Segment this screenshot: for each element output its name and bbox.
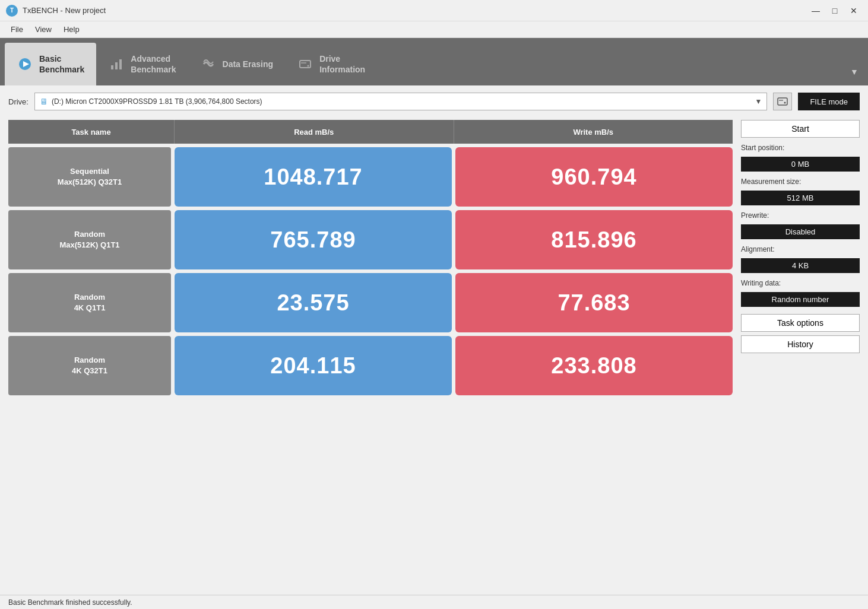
svg-rect-5 xyxy=(300,61,311,68)
th-task: Task name xyxy=(8,120,175,144)
menu-file[interactable]: File xyxy=(5,24,29,35)
write-cell-0: 960.794 xyxy=(455,147,733,207)
task-options-button[interactable]: Task options xyxy=(741,314,860,332)
read-value-1: 765.789 xyxy=(270,227,356,253)
writing-data-value[interactable]: Random number xyxy=(741,292,860,307)
tab-drive-information[interactable]: DriveInformation xyxy=(285,43,377,85)
svg-point-6 xyxy=(308,65,309,67)
write-value-3: 233.808 xyxy=(551,353,636,379)
task-name-2: Random4K Q1T1 xyxy=(74,292,106,313)
toolbar: BasicBenchmark AdvancedBenchmark Data Er… xyxy=(0,38,868,85)
drive-information-icon xyxy=(297,56,313,72)
start-position-value[interactable]: 0 MB xyxy=(741,157,860,172)
titlebar: T TxBENCH - New project — □ ✕ xyxy=(0,0,868,21)
basic-benchmark-icon xyxy=(17,56,33,72)
status-message: Basic Benchmark finished successfully. xyxy=(8,598,132,607)
tab-erasing-label: Data Erasing xyxy=(223,59,274,69)
read-cell-2: 23.575 xyxy=(175,273,452,332)
tab-drive-label: DriveInformation xyxy=(319,53,365,75)
svg-point-9 xyxy=(784,102,786,104)
main-content: Drive: 🖥 (D:) Micron CT2000X9PROSSD9 1.8… xyxy=(0,85,868,595)
table-row: RandomMax(512K) Q1T1 765.789 815.896 xyxy=(8,210,733,269)
read-value-3: 204.115 xyxy=(270,353,356,379)
menubar: File View Help xyxy=(0,21,868,38)
app-title: TxBENCH - New project xyxy=(23,6,807,15)
th-write: Write mB/s xyxy=(454,120,733,144)
th-read: Read mB/s xyxy=(175,120,454,144)
table-row: Random4K Q32T1 204.115 233.808 xyxy=(8,336,733,395)
data-erasing-icon xyxy=(200,56,217,72)
measurement-size-value[interactable]: 512 MB xyxy=(741,191,860,205)
tab-advanced-label: AdvancedBenchmark xyxy=(131,53,176,75)
write-cell-1: 815.896 xyxy=(455,210,733,269)
right-sidebar: Start Start position: 0 MB Measurement s… xyxy=(741,120,860,588)
advanced-benchmark-icon xyxy=(108,56,125,72)
table-header: Task name Read mB/s Write mB/s xyxy=(8,120,733,144)
read-cell-0: 1048.717 xyxy=(175,147,452,207)
drive-select-text: (D:) Micron CT2000X9PROSSD9 1.81 TB (3,9… xyxy=(52,97,752,106)
table-row: Random4K Q1T1 23.575 77.683 xyxy=(8,273,733,332)
menu-help[interactable]: Help xyxy=(58,24,85,35)
maximize-button[interactable]: □ xyxy=(826,4,843,17)
statusbar: Basic Benchmark finished successfully. xyxy=(0,595,868,609)
app-icon: T xyxy=(6,5,18,17)
tab-basic-benchmark[interactable]: BasicBenchmark xyxy=(5,43,96,85)
write-value-0: 960.794 xyxy=(551,164,636,190)
prewrite-label: Prewrite: xyxy=(741,211,860,220)
close-button[interactable]: ✕ xyxy=(845,4,862,17)
tab-data-erasing[interactable]: Data Erasing xyxy=(188,43,286,85)
task-name-0: SequentialMax(512K) Q32T1 xyxy=(58,166,122,188)
prewrite-value[interactable]: Disabled xyxy=(741,224,860,239)
read-value-0: 1048.717 xyxy=(264,164,363,190)
write-cell-2: 77.683 xyxy=(455,273,733,332)
write-value-1: 815.896 xyxy=(551,227,636,253)
drive-dropdown-arrow[interactable]: ▼ xyxy=(755,97,762,106)
tab-advanced-benchmark[interactable]: AdvancedBenchmark xyxy=(96,43,188,85)
task-cell-1: RandomMax(512K) Q1T1 xyxy=(8,210,171,269)
task-cell-2: Random4K Q1T1 xyxy=(8,273,171,332)
write-cell-3: 233.808 xyxy=(455,336,733,395)
table-body: SequentialMax(512K) Q32T1 1048.717 960.7… xyxy=(8,147,733,395)
read-cell-1: 765.789 xyxy=(175,210,452,269)
minimize-button[interactable]: — xyxy=(807,4,824,17)
benchmark-table: Task name Read mB/s Write mB/s Sequentia… xyxy=(8,120,733,588)
read-cell-3: 204.115 xyxy=(175,336,452,395)
alignment-value[interactable]: 4 KB xyxy=(741,258,860,273)
svg-rect-8 xyxy=(778,98,787,105)
toolbar-dropdown[interactable]: ▼ xyxy=(845,63,863,81)
drive-selector[interactable]: 🖥 (D:) Micron CT2000X9PROSSD9 1.81 TB (3… xyxy=(34,93,767,110)
task-cell-3: Random4K Q32T1 xyxy=(8,336,171,395)
drive-info-button[interactable] xyxy=(773,93,792,110)
start-button[interactable]: Start xyxy=(741,120,860,138)
task-name-3: Random4K Q32T1 xyxy=(72,355,107,376)
alignment-label: Alignment: xyxy=(741,245,860,253)
read-value-2: 23.575 xyxy=(277,290,349,316)
drive-icon: 🖥 xyxy=(40,97,48,106)
measurement-size-label: Measurement size: xyxy=(741,177,860,186)
task-name-1: RandomMax(512K) Q1T1 xyxy=(59,229,119,250)
window-controls: — □ ✕ xyxy=(807,4,862,17)
svg-rect-3 xyxy=(115,62,118,69)
write-value-2: 77.683 xyxy=(557,290,630,316)
benchmark-area: Task name Read mB/s Write mB/s Sequentia… xyxy=(8,120,860,588)
menu-view[interactable]: View xyxy=(29,24,58,35)
drive-row: Drive: 🖥 (D:) Micron CT2000X9PROSSD9 1.8… xyxy=(8,93,860,110)
svg-rect-4 xyxy=(119,59,122,69)
task-cell-0: SequentialMax(512K) Q32T1 xyxy=(8,147,171,207)
table-row: SequentialMax(512K) Q32T1 1048.717 960.7… xyxy=(8,147,733,207)
file-mode-button[interactable]: FILE mode xyxy=(798,93,860,110)
tab-basic-label: BasicBenchmark xyxy=(39,53,84,75)
start-position-label: Start position: xyxy=(741,144,860,152)
drive-label: Drive: xyxy=(8,97,28,106)
history-button[interactable]: History xyxy=(741,335,860,353)
svg-rect-2 xyxy=(111,65,113,69)
writing-data-label: Writing data: xyxy=(741,279,860,287)
